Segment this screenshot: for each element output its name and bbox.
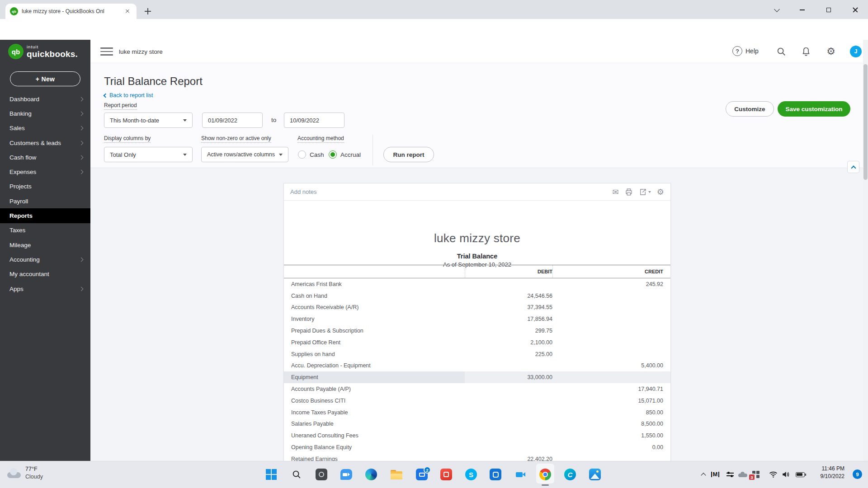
skype-icon[interactable]: S: [465, 469, 477, 480]
battery-icon[interactable]: [796, 470, 805, 479]
tab-close-icon[interactable]: [124, 8, 131, 15]
table-row[interactable]: Equipment33,000.00: [284, 371, 670, 383]
sidebar-item-label: Sales: [9, 125, 25, 131]
account-column-header: [284, 265, 465, 278]
help-button[interactable]: ? Help: [732, 46, 759, 56]
settings-gear-icon[interactable]: ⚙: [826, 46, 836, 57]
scrollbar-thumb[interactable]: [863, 64, 868, 180]
sidebar-item-taxes[interactable]: Taxes: [0, 223, 90, 238]
table-row[interactable]: Opening Balance Equity0.00: [284, 441, 670, 453]
table-row[interactable]: Prepaid Office Rent2,100.00: [284, 337, 670, 348]
table-row[interactable]: Accounts Receivable (A/R)37,394.55: [284, 302, 670, 314]
red-app-icon[interactable]: [440, 469, 452, 480]
table-row[interactable]: Prepaid Dues & Subscription299.75: [284, 325, 670, 337]
hamburger-menu-icon[interactable]: [100, 47, 113, 56]
add-notes-link[interactable]: Add notes: [290, 188, 317, 195]
sidebar-item-apps[interactable]: Apps: [0, 282, 90, 296]
messages-app-icon[interactable]: [490, 469, 501, 480]
sidebar-item-sales[interactable]: Sales: [0, 121, 90, 136]
qb-profile-avatar[interactable]: J: [850, 46, 862, 57]
sidebar-item-reports[interactable]: Reports: [0, 208, 90, 223]
table-row[interactable]: Accounts Payable (A/P)17,940.71: [284, 383, 670, 395]
sidebar-item-accounting[interactable]: Accounting: [0, 252, 90, 267]
chevron-right-icon: [79, 257, 84, 262]
caret-down-icon: [183, 119, 187, 122]
date-to-input[interactable]: 10/09/2022: [284, 113, 344, 128]
start-button[interactable]: [265, 469, 277, 480]
back-to-report-list-link[interactable]: Back to report list: [104, 92, 153, 99]
table-row[interactable]: Americas Frist Bank245.92: [284, 278, 670, 290]
print-icon[interactable]: [625, 188, 633, 196]
tab-search-chevron-icon[interactable]: [770, 5, 783, 15]
report-period-select[interactable]: This Month-to-date: [104, 113, 193, 128]
notifications-bell-icon[interactable]: [801, 46, 811, 57]
weather-widget[interactable]: 77°F Cloudy: [6, 465, 43, 481]
sidebar-item-my-accountant[interactable]: My accountant: [0, 267, 90, 282]
teams-tray-icon[interactable]: 3: [751, 470, 760, 479]
volume-icon[interactable]: [781, 470, 790, 479]
wifi-icon[interactable]: [769, 470, 778, 479]
taskbar-search-icon[interactable]: [291, 469, 302, 480]
sidebar-item-projects[interactable]: Projects: [0, 179, 90, 194]
photos-app-icon[interactable]: [589, 469, 601, 480]
customize-button[interactable]: Customize: [726, 101, 774, 117]
run-report-button[interactable]: Run report: [383, 147, 434, 162]
email-icon[interactable]: ✉: [613, 188, 619, 197]
report-period-label: Report period: [104, 102, 137, 110]
chrome-icon[interactable]: [539, 469, 551, 480]
notification-count-badge[interactable]: 9: [853, 469, 862, 479]
table-row[interactable]: Salaries Payable8,500.00: [284, 418, 670, 430]
table-row[interactable]: Uneraned Consulting Fees1,550.00: [284, 430, 670, 441]
edge-browser-icon[interactable]: [365, 469, 377, 480]
sidebar-nav: + New DashboardBankingSalesCustomers & l…: [0, 63, 90, 461]
tray-overflow-chevron-icon[interactable]: [699, 470, 708, 479]
date-from-input[interactable]: 01/09/2022: [202, 113, 263, 128]
sidebar-item-dashboard[interactable]: Dashboard: [0, 92, 90, 106]
credit-cell: 245.92: [552, 281, 670, 287]
new-tab-button[interactable]: [143, 6, 153, 16]
sidebar-item-mileage[interactable]: Mileage: [0, 238, 90, 252]
camera-app-icon[interactable]: [514, 469, 526, 480]
display-columns-select[interactable]: Total Only: [104, 147, 193, 162]
sidebar-item-customers-leads[interactable]: Customers & leads: [0, 136, 90, 150]
file-explorer-icon[interactable]: [391, 469, 402, 480]
sidebar-item-expenses[interactable]: Expenses: [0, 164, 90, 179]
search-icon[interactable]: [776, 46, 787, 57]
report-settings-gear-icon[interactable]: ⚙: [657, 187, 664, 197]
account-name-cell: Prepaid Dues & Subscription: [284, 325, 465, 337]
new-button[interactable]: + New: [10, 71, 80, 86]
taskbar-clock[interactable]: 11:46 PM 9/10/2022: [821, 465, 844, 481]
export-icon[interactable]: [639, 188, 651, 196]
table-row[interactable]: Cash on Hand24,546.56: [284, 290, 670, 302]
tray-sliders-icon[interactable]: [726, 470, 735, 479]
chat-app-icon[interactable]: [340, 469, 352, 480]
cash-radio[interactable]: [298, 150, 306, 159]
window-maximize-button[interactable]: [822, 5, 835, 15]
show-nonzero-select[interactable]: Active rows/active columns: [201, 147, 288, 162]
accrual-radio[interactable]: [329, 150, 337, 159]
canva-icon[interactable]: C: [564, 469, 576, 480]
table-row[interactable]: Accu. Depreciation - Equipment5,400.00: [284, 360, 670, 372]
cloud-weather-icon: [6, 468, 22, 478]
sidebar-item-payroll[interactable]: Payroll: [0, 194, 90, 208]
chat-badge-app-icon[interactable]: 2: [416, 469, 428, 480]
collapse-panel-button[interactable]: [847, 161, 859, 173]
save-customization-button[interactable]: Save customization: [778, 101, 850, 117]
tray-app-m-icon[interactable]: M: [711, 470, 720, 479]
table-header-row: DEBIT CREDIT: [284, 265, 670, 278]
browser-tab[interactable]: qb luke mizzy store - QuickBooks Onl: [5, 4, 137, 19]
dark-app-icon[interactable]: [316, 469, 327, 480]
table-row[interactable]: Income Taxes Payable850.00: [284, 407, 670, 418]
sidebar-item-banking[interactable]: Banking: [0, 106, 90, 121]
onedrive-cloud-icon[interactable]: [738, 470, 747, 479]
table-row[interactable]: Supplies on hand225.00: [284, 348, 670, 360]
table-row[interactable]: Costco Business CITI15,071.00: [284, 395, 670, 407]
table-row[interactable]: Inventory17,856.94: [284, 313, 670, 325]
window-minimize-button[interactable]: [795, 5, 809, 15]
window-close-button[interactable]: [849, 5, 862, 15]
sidebar-item-label: Cash flow: [9, 154, 36, 161]
table-row[interactable]: Retained Earnings22,402.20: [284, 453, 670, 461]
chevron-right-icon: [79, 155, 84, 160]
sidebar-item-cash-flow[interactable]: Cash flow: [0, 150, 90, 164]
page-scrollbar[interactable]: [863, 40, 868, 461]
